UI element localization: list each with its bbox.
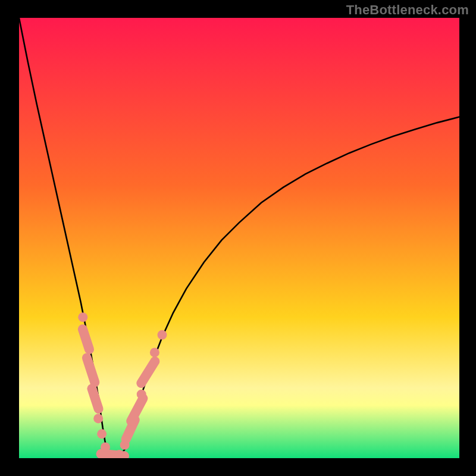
marker-group	[77, 312, 167, 458]
svg-rect-5	[98, 451, 129, 458]
data-marker	[134, 355, 161, 390]
data-marker	[150, 347, 159, 357]
data-marker	[137, 390, 146, 399]
plot-area	[19, 18, 459, 458]
data-marker	[78, 312, 87, 322]
data-marker	[98, 451, 129, 458]
curve-layer	[19, 18, 459, 458]
outer-frame: TheBottleneck.com	[0, 0, 476, 476]
data-marker	[77, 323, 95, 355]
svg-rect-1	[77, 323, 95, 355]
svg-rect-8	[134, 355, 161, 390]
data-marker	[93, 414, 103, 423]
data-marker	[97, 429, 107, 439]
svg-rect-3	[86, 383, 104, 415]
bottleneck-curve	[19, 18, 459, 458]
svg-rect-2	[81, 352, 101, 388]
data-marker	[81, 352, 101, 388]
data-marker	[158, 330, 167, 340]
data-marker	[86, 383, 104, 415]
watermark-text: TheBottleneck.com	[346, 2, 469, 18]
